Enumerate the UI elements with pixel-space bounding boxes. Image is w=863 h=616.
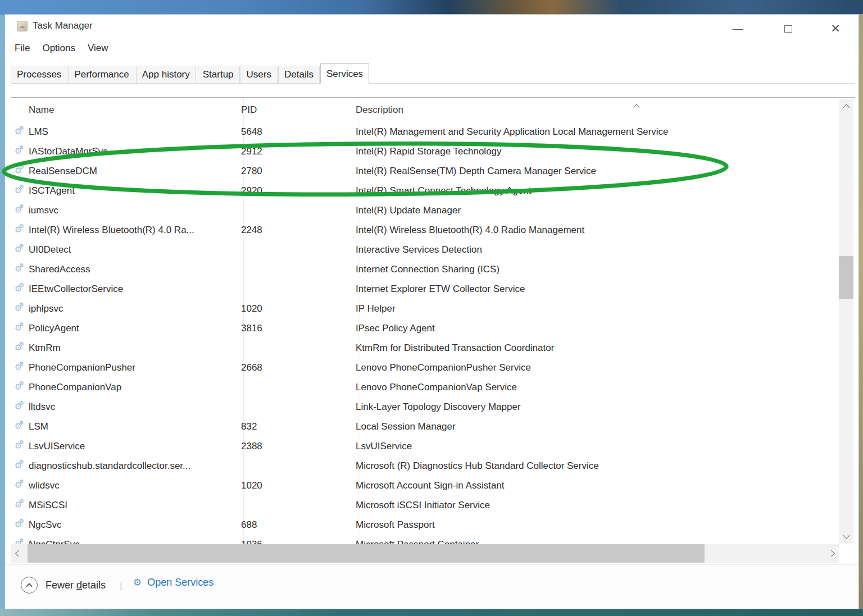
table-row-sharedaccess[interactable]: ⚙⚙ SharedAccess Internet Connection Shar… — [11, 259, 855, 279]
tab-details[interactable]: Details — [278, 66, 320, 83]
close-button[interactable]: ✕ — [821, 17, 850, 40]
scroll-right-icon[interactable] — [823, 544, 839, 563]
table-row-iumsvc[interactable]: ⚙⚙ iumsvc Intel(R) Update Manager — [11, 200, 855, 220]
desktop-wallpaper-bottom — [0, 609, 863, 616]
table-row-lsvuiservice[interactable]: ⚙⚙ LsvUIService 2388 LsvUIService — [11, 436, 855, 456]
service-gear-icon: ⚙⚙ — [15, 205, 26, 216]
maximize-button[interactable] — [774, 17, 803, 40]
tab-performance[interactable]: Performance — [68, 66, 135, 83]
menu-bar: FileOptionsView — [15, 43, 108, 58]
column-header-name[interactable]: Name — [29, 104, 54, 116]
service-name: NgcSvc — [29, 515, 62, 535]
service-gear-icon: ⚙⚙ — [15, 362, 26, 373]
tab-processes[interactable]: Processes — [11, 66, 67, 83]
table-row-phonecompanionpusher[interactable]: ⚙⚙ PhoneCompanionPusher 2668 Lenovo Phon… — [11, 358, 855, 377]
service-pid: 832 — [241, 417, 257, 436]
horizontal-scrollbar[interactable] — [11, 544, 839, 563]
scroll-up-icon[interactable] — [839, 99, 853, 113]
menu-file[interactable]: File — [15, 43, 30, 58]
service-name: IAStorDataMgrSvc — [29, 142, 108, 161]
service-name: KtmRm — [29, 338, 61, 358]
scroll-down-icon[interactable] — [839, 529, 853, 544]
minimize-button[interactable]: — — [723, 17, 752, 40]
table-row-ui0detect[interactable]: ⚙⚙ UI0Detect Interactive Services Detect… — [11, 240, 855, 259]
service-description: Microsoft Account Sign-in Assistant — [356, 476, 505, 495]
vertical-scrollbar-thumb[interactable] — [839, 256, 853, 299]
service-name: PolicyAgent — [29, 318, 79, 338]
service-description: Intel(R) RealSense(TM) Depth Camera Mana… — [356, 161, 596, 181]
service-pid: 5648 — [241, 122, 262, 142]
service-pid: 1020 — [241, 476, 262, 495]
table-row-iphlpsvc[interactable]: ⚙⚙ iphlpsvc 1020 IP Helper — [11, 299, 855, 318]
service-gear-icon: ⚙⚙ — [15, 185, 26, 196]
tab-services[interactable]: Services — [320, 63, 369, 84]
service-pid: 2248 — [241, 220, 262, 240]
services-gear-icon: ⚙ — [133, 577, 142, 588]
vertical-scrollbar[interactable] — [839, 99, 853, 544]
service-description: Lenovo PhoneCompanionPusher Service — [356, 358, 531, 377]
table-row-lsm[interactable]: ⚙⚙ LSM 832 Local Session Manager — [11, 417, 855, 436]
service-name: iumsvc — [29, 200, 58, 220]
footer-separator: | — [120, 580, 122, 592]
table-row-msiscsi[interactable]: ⚙⚙ MSiSCSI Microsoft iSCSI Initiator Ser… — [11, 495, 855, 515]
menu-view[interactable]: View — [88, 43, 108, 58]
service-description: Microsoft (R) Diagnostics Hub Standard C… — [356, 456, 599, 476]
fewer-details-button[interactable]: Fewer details — [21, 577, 106, 594]
table-row-intel-r-wireless-bluetooth-r-4-0-ra[interactable]: ⚙⚙ Intel(R) Wireless Bluetooth(R) 4.0 Ra… — [11, 220, 855, 240]
task-manager-icon — [17, 21, 28, 31]
service-description: LsvUIService — [356, 436, 412, 456]
task-manager-window: Task Manager — ✕ FileOptionsView Process… — [4, 14, 859, 609]
service-gear-icon: ⚙⚙ — [15, 401, 26, 412]
table-row-ktmrm[interactable]: ⚙⚙ KtmRm KtmRm for Distributed Transacti… — [11, 338, 855, 358]
table-row-diagnosticshub-standardcollector-ser[interactable]: ⚙⚙ diagnosticshub.standardcollector.ser.… — [11, 456, 855, 476]
service-name: LMS — [29, 122, 48, 142]
service-gear-icon: ⚙⚙ — [15, 264, 26, 275]
service-pid: 688 — [241, 515, 257, 535]
service-name: LSM — [29, 417, 48, 436]
service-description: Internet Explorer ETW Collector Service — [356, 279, 525, 299]
service-description: Local Session Manager — [356, 417, 456, 436]
table-row-phonecompanionvap[interactable]: ⚙⚙ PhoneCompanionVap Lenovo PhoneCompani… — [11, 377, 855, 397]
desktop-wallpaper-right — [859, 14, 863, 609]
service-name: UI0Detect — [29, 240, 71, 259]
service-gear-icon: ⚙⚙ — [15, 382, 26, 393]
desktop-wallpaper-top — [0, 0, 863, 15]
service-description: Interactive Services Detection — [356, 240, 482, 259]
sort-ascending-icon[interactable] — [634, 101, 639, 112]
menu-options[interactable]: Options — [42, 43, 75, 58]
horizontal-scrollbar-thumb[interactable] — [28, 544, 705, 563]
service-gear-icon: ⚙⚙ — [15, 500, 26, 510]
table-row-lms[interactable]: ⚙⚙ LMS 5648 Intel(R) Management and Secu… — [11, 122, 855, 142]
column-header-pid[interactable]: PID — [241, 104, 257, 116]
service-gear-icon: ⚙⚙ — [15, 519, 26, 530]
service-pid: 1020 — [241, 299, 262, 318]
service-gear-icon: ⚙⚙ — [15, 441, 26, 451]
table-row-isctagent[interactable]: ⚙⚙ ISCTAgent 2920 Intel(R) Smart Connect… — [11, 181, 855, 200]
tab-users[interactable]: Users — [240, 66, 278, 83]
table-row-wlidsvc[interactable]: ⚙⚙ wlidsvc 1020 Microsoft Account Sign-i… — [11, 476, 855, 495]
service-pid: 2912 — [241, 142, 262, 161]
service-gear-icon: ⚙⚙ — [15, 343, 26, 353]
scroll-left-icon[interactable] — [11, 544, 26, 563]
tab-bar: ProcessesPerformanceApp historyStartupUs… — [11, 63, 855, 84]
service-gear-icon: ⚙⚙ — [15, 480, 26, 491]
service-description: Intel(R) Smart Connect Technology Agent — [356, 181, 531, 200]
service-name: Intel(R) Wireless Bluetooth(R) 4.0 Ra... — [29, 220, 194, 240]
open-services-label: Open Services — [147, 577, 214, 588]
title-bar[interactable]: Task Manager — ✕ — [5, 15, 859, 46]
table-row-ngcsvc[interactable]: ⚙⚙ NgcSvc 688 Microsoft Passport — [11, 515, 855, 535]
table-row-ieetwcollectorservice[interactable]: ⚙⚙ IEEtwCollectorService Internet Explor… — [11, 279, 855, 299]
table-row-realsensedcm[interactable]: ⚙⚙ RealSenseDCM 2780 Intel(R) RealSense(… — [11, 161, 855, 181]
service-description: Intel(R) Wireless Bluetooth(R) 4.0 Radio… — [356, 220, 584, 240]
service-description: Intel(R) Update Manager — [356, 200, 461, 220]
service-name: SharedAccess — [29, 259, 90, 279]
tab-app-history[interactable]: App history — [136, 66, 196, 83]
column-header-description[interactable]: Description — [356, 104, 403, 116]
open-services-link[interactable]: ⚙ Open Services — [133, 577, 214, 588]
table-row-iastordatamgrsvc[interactable]: ⚙⚙ IAStorDataMgrSvc 2912 Intel(R) Rapid … — [11, 142, 855, 161]
service-name: LsvUIService — [29, 436, 85, 456]
services-table: Name PID Description ⚙⚙ LMS 5648 Intel(R… — [11, 97, 855, 564]
table-row-policyagent[interactable]: ⚙⚙ PolicyAgent 3816 IPsec Policy Agent — [11, 318, 855, 338]
table-row-lltdsvc[interactable]: ⚙⚙ lltdsvc Link-Layer Topology Discovery… — [11, 397, 855, 417]
tab-startup[interactable]: Startup — [197, 66, 240, 83]
